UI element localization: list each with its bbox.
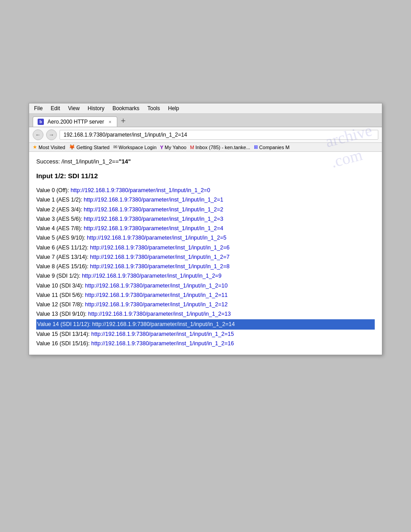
- value-label: Value 4 (AES 7/8):: [36, 225, 84, 232]
- value-link[interactable]: http://192.168.1.9:7380/parameter/inst_1…: [91, 340, 234, 347]
- browser-tab[interactable]: b Aero.2000 HTTP server ×: [33, 116, 117, 127]
- browser-window: File Edit View History Bookmarks Tools H…: [29, 103, 382, 355]
- address-input[interactable]: [60, 130, 378, 140]
- page-title: Input 1/2: SDI 11/12: [36, 172, 375, 180]
- list-item: Value 10 (SDI 3/4): http://192.168.1.9:7…: [36, 281, 375, 291]
- value-label: Value 2 (AES 3/4):: [36, 206, 84, 213]
- value-label: Value 15 (SDI 13/14):: [36, 331, 91, 337]
- value-link[interactable]: http://192.168.1.9:7380/parameter/inst_1…: [92, 321, 235, 327]
- value-link[interactable]: http://192.168.1.9:7380/parameter/inst_1…: [84, 216, 223, 222]
- list-item: Value 1 (AES 1/2): http://192.168.1.9:73…: [36, 195, 375, 205]
- value-label: Value 14 (SDI 11/12):: [37, 321, 92, 327]
- list-item: Value 2 (AES 3/4): http://192.168.1.9:73…: [36, 205, 375, 215]
- bookmark-my-yahoo[interactable]: Y My Yahoo: [160, 145, 187, 150]
- menu-help[interactable]: Help: [167, 105, 180, 112]
- value-link[interactable]: http://192.168.1.9:7380/parameter/inst_1…: [84, 225, 223, 232]
- forward-button[interactable]: →: [46, 129, 57, 140]
- menu-edit[interactable]: Edit: [49, 105, 61, 112]
- value-label: Value 1 (AES 1/2):: [36, 197, 84, 203]
- tab-bar: b Aero.2000 HTTP server × +: [29, 114, 382, 127]
- value-link[interactable]: http://192.168.1.9:7380/parameter/inst_1…: [85, 301, 228, 308]
- value-label: Value 5 (AES 9/10):: [36, 235, 87, 241]
- bookmark-getting-started[interactable]: 🦊 Getting Started: [69, 144, 110, 150]
- tab-favicon: b: [38, 119, 44, 125]
- bookmark-companies[interactable]: ⊞ Companies M: [254, 144, 290, 150]
- list-item: Value 12 (SDI 7/8): http://192.168.1.9:7…: [36, 300, 375, 309]
- success-message: Success: /inst_1/input/in_1_2=="14": [36, 158, 375, 165]
- tab-title: Aero.2000 HTTP server: [47, 119, 104, 125]
- menu-tools[interactable]: Tools: [146, 105, 161, 112]
- list-item: Value 5 (AES 9/10): http://192.168.1.9:7…: [36, 233, 375, 243]
- list-item: Value 16 (SDI 15/16): http://192.168.1.9…: [36, 339, 375, 348]
- value-link[interactable]: http://192.168.1.9:7380/parameter/inst_1…: [91, 331, 234, 337]
- menu-view[interactable]: View: [67, 105, 81, 112]
- value-link[interactable]: http://192.168.1.9:7380/parameter/inst_1…: [88, 311, 231, 317]
- value-link[interactable]: http://192.168.1.9:7380/parameter/inst_1…: [84, 197, 223, 203]
- value-label: Value 11 (SDI 5/6):: [36, 292, 85, 298]
- tab-close-button[interactable]: ×: [108, 119, 112, 124]
- value-link[interactable]: http://192.168.1.9:7380/parameter/inst_1…: [87, 235, 227, 241]
- list-item: Value 0 (Off): http://192.168.1.9:7380/p…: [36, 186, 375, 195]
- success-value: "14": [119, 158, 131, 165]
- address-bar: ← →: [29, 127, 382, 143]
- list-item: Value 7 (AES 13/14): http://192.168.1.9:…: [36, 253, 375, 262]
- bookmarks-bar: ★ Most Visited 🦊 Getting Started ✉ Works…: [29, 143, 382, 152]
- value-label: Value 12 (SDI 7/8):: [36, 301, 85, 308]
- list-item: Value 13 (SDI 9/10): http://192.168.1.9:…: [36, 309, 375, 319]
- value-label: Value 16 (SDI 15/16):: [36, 340, 91, 347]
- value-link[interactable]: http://192.168.1.9:7380/parameter/inst_1…: [90, 263, 230, 270]
- bookmark-workspace-login[interactable]: ✉ Workspace Login: [113, 144, 157, 150]
- value-link[interactable]: http://192.168.1.9:7380/parameter/inst_1…: [82, 273, 222, 279]
- bookmark-most-visited[interactable]: ★ Most Visited: [33, 144, 65, 150]
- value-label: Value 13 (SDI 9/10):: [36, 311, 88, 317]
- content-area: Success: /inst_1/input/in_1_2=="14" Inpu…: [29, 152, 382, 355]
- list-item: Value 6 (AES 11/12): http://192.168.1.9:…: [36, 243, 375, 253]
- value-label: Value 8 (AES 15/16):: [36, 263, 90, 270]
- value-list: Value 0 (Off): http://192.168.1.9:7380/p…: [36, 186, 375, 348]
- value-label: Value 10 (SDI 3/4):: [36, 283, 85, 289]
- value-label: Value 0 (Off):: [36, 187, 71, 193]
- value-link[interactable]: http://192.168.1.9:7380/parameter/inst_1…: [85, 292, 228, 298]
- list-item: Value 14 (SDI 11/12): http://192.168.1.9…: [36, 319, 375, 330]
- list-item: Value 11 (SDI 5/6): http://192.168.1.9:7…: [36, 291, 375, 300]
- list-item: Value 9 (SDI 1/2): http://192.168.1.9:73…: [36, 271, 375, 281]
- value-label: Value 6 (AES 11/12):: [36, 245, 90, 251]
- bookmark-inbox[interactable]: M Inbox (785) - ken.tanke...: [190, 145, 250, 150]
- value-link[interactable]: http://192.168.1.9:7380/parameter/inst_1…: [84, 206, 223, 213]
- list-item: Value 4 (AES 7/8): http://192.168.1.9:73…: [36, 224, 375, 233]
- success-prefix: Success: /inst_1/input/in_1_2==: [36, 158, 119, 165]
- value-link[interactable]: http://192.168.1.9:7380/parameter/inst_1…: [85, 283, 228, 289]
- list-item: Value 8 (AES 15/16): http://192.168.1.9:…: [36, 262, 375, 271]
- value-link[interactable]: http://192.168.1.9:7380/parameter/inst_1…: [71, 187, 210, 193]
- back-button[interactable]: ←: [33, 129, 43, 140]
- value-label: Value 3 (AES 5/6):: [36, 216, 84, 222]
- value-label: Value 7 (AES 13/14):: [36, 254, 90, 260]
- value-label: Value 9 (SDI 1/2):: [36, 273, 82, 279]
- menu-history[interactable]: History: [86, 105, 106, 112]
- value-link[interactable]: http://192.168.1.9:7380/parameter/inst_1…: [90, 254, 230, 260]
- list-item: Value 3 (AES 5/6): http://192.168.1.9:73…: [36, 215, 375, 224]
- menu-file[interactable]: File: [33, 105, 44, 112]
- list-item: Value 15 (SDI 13/14): http://192.168.1.9…: [36, 330, 375, 339]
- menu-bookmarks[interactable]: Bookmarks: [111, 105, 141, 112]
- new-tab-button[interactable]: +: [118, 116, 128, 127]
- value-link[interactable]: http://192.168.1.9:7380/parameter/inst_1…: [90, 245, 230, 251]
- menu-bar: File Edit View History Bookmarks Tools H…: [29, 103, 382, 114]
